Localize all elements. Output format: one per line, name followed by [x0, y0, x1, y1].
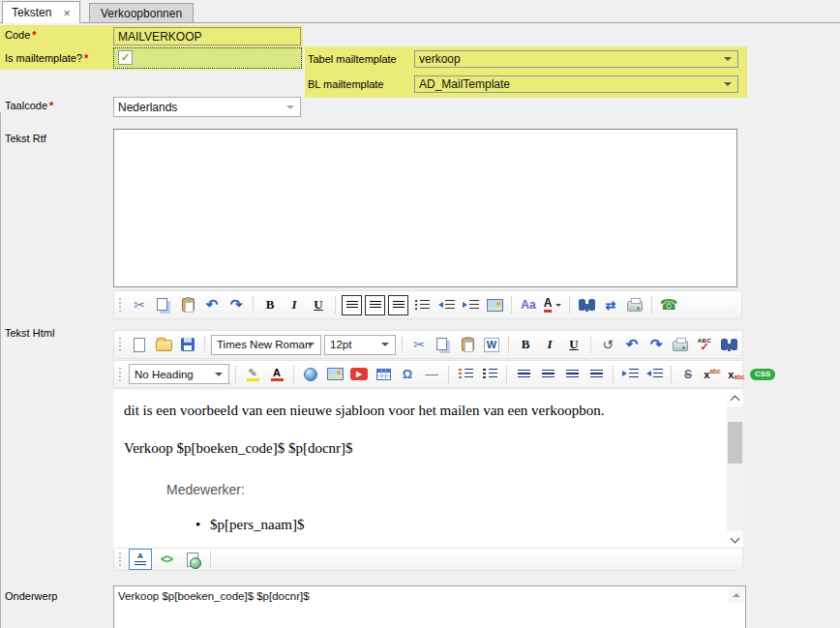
folder-icon [156, 340, 172, 351]
align-center-button[interactable] [365, 295, 385, 315]
paste-from-word-button[interactable]: W [481, 334, 502, 355]
is-mailtemplate-field[interactable]: ✓ [113, 47, 302, 69]
css-button[interactable]: CSS [750, 364, 775, 385]
required-asterisk: * [84, 52, 88, 64]
underline-button[interactable]: U [563, 334, 585, 355]
bold-button[interactable]: B [515, 334, 536, 355]
insert-image-button[interactable] [484, 294, 505, 315]
redo-icon[interactable]: ↷ [645, 334, 667, 355]
scroll-up-button[interactable] [729, 587, 744, 603]
toolbar-grip[interactable] [118, 367, 122, 382]
print-button[interactable] [670, 334, 691, 355]
bold-button[interactable]: B [259, 294, 281, 315]
superscript-button[interactable]: xabc [702, 364, 723, 385]
insert-table-button[interactable] [373, 364, 394, 385]
paste-icon[interactable] [457, 334, 478, 355]
code-input[interactable]: MAILVERKOOP [113, 27, 301, 45]
binoculars-icon [721, 339, 737, 350]
undo-icon[interactable]: ↶ [201, 294, 223, 315]
tab-verkoopbonnen[interactable]: Verkoopbonnen [89, 3, 194, 23]
open-button[interactable] [153, 334, 174, 355]
increase-indent-button[interactable] [619, 364, 641, 385]
chevron-down-icon[interactable] [307, 343, 315, 346]
copy-icon[interactable] [433, 334, 454, 355]
checkbox-checked[interactable]: ✓ [118, 50, 133, 65]
toolbar-grip[interactable] [118, 337, 122, 352]
vertical-scrollbar[interactable] [727, 390, 743, 548]
font-size-select[interactable]: 12pt [324, 335, 396, 355]
taalcode-dropdown[interactable]: Nederlands [113, 97, 301, 117]
scrollbar-thumb[interactable] [728, 422, 742, 464]
refresh-button[interactable]: ↺ [597, 334, 618, 355]
align-center-button[interactable] [537, 364, 558, 385]
save-button[interactable] [177, 334, 198, 355]
cut-icon[interactable]: ✂ [129, 294, 150, 315]
font-size-button[interactable]: Aa [518, 294, 539, 315]
heading-select[interactable]: No Heading [129, 364, 229, 384]
insert-link-button[interactable] [300, 364, 321, 385]
source-view-button[interactable]: <> [155, 549, 178, 570]
find-button[interactable] [576, 294, 597, 315]
increase-indent-button[interactable] [460, 294, 481, 315]
align-justify-button[interactable] [585, 364, 607, 385]
tab-teksten[interactable]: Teksten × [2, 1, 80, 23]
bullet-list-button[interactable] [479, 364, 500, 385]
rtf-text-area[interactable] [113, 129, 737, 287]
highlight-button[interactable]: ✎ [242, 364, 263, 385]
redo-icon[interactable]: ↷ [225, 294, 247, 315]
chevron-down-icon[interactable] [215, 373, 223, 376]
decrease-indent-button[interactable] [435, 294, 457, 315]
scroll-up-button[interactable] [727, 390, 743, 406]
print-button[interactable] [624, 294, 645, 315]
chevron-up-icon [731, 396, 740, 405]
strikethrough-button[interactable]: S [677, 364, 699, 385]
toolbar-separator [511, 296, 512, 314]
align-right-button[interactable] [561, 364, 583, 385]
html-content-area[interactable]: dit is een voorbeeld van een nieuwe sjab… [113, 390, 743, 548]
align-right-button[interactable] [388, 295, 408, 315]
onderwerp-input[interactable]: Verkoop $p[boeken_code]$ $p[docnr]$ [113, 585, 746, 628]
chevron-down-icon[interactable] [724, 82, 732, 86]
chevron-down-icon[interactable] [555, 304, 561, 307]
content-line: Verkoop $p[boeken_code]$ $p[docnr]$ [124, 440, 353, 457]
align-left-button[interactable] [342, 295, 362, 315]
chevron-down-icon[interactable] [381, 343, 389, 346]
spellcheck-button[interactable]: ABC ✓ [694, 334, 715, 355]
find-button[interactable] [718, 334, 739, 355]
align-left-button[interactable] [513, 364, 534, 385]
font-color-button[interactable]: A [542, 294, 563, 315]
content-line: Medewerker: [166, 482, 245, 497]
undo-icon[interactable]: ↶ [621, 334, 643, 355]
toolbar-grip[interactable] [118, 297, 122, 313]
bl-mailtemplate-dropdown[interactable]: AD_MailTemplate [414, 75, 738, 93]
decrease-indent-button[interactable] [644, 364, 665, 385]
bullet-list-button[interactable] [411, 294, 433, 315]
italic-button[interactable]: I [539, 334, 560, 355]
tabel-mailtemplate-dropdown[interactable]: verkoop [414, 50, 738, 68]
insert-video-button[interactable]: ▶ [348, 364, 370, 385]
paste-icon[interactable] [177, 294, 198, 315]
subscript-button[interactable]: xabc [726, 364, 747, 385]
cut-icon[interactable]: ✂ [408, 334, 430, 355]
toolbar-grip[interactable] [118, 552, 122, 567]
replace-button[interactable]: ⇄ [600, 294, 621, 315]
italic-button[interactable]: I [284, 294, 305, 315]
underline-button[interactable]: U [308, 294, 329, 315]
tab-close-icon[interactable]: × [63, 7, 71, 19]
new-document-button[interactable] [129, 334, 150, 355]
font-name-select[interactable]: Times New Roman [211, 335, 321, 355]
numbered-list-button[interactable] [455, 364, 476, 385]
bullet-icon: • [195, 517, 200, 533]
mail-template-editor-window: Teksten × Verkoopbonnen Code* MAILVERKOO… [0, 0, 840, 628]
scroll-down-button[interactable] [727, 531, 743, 548]
chevron-down-icon[interactable] [724, 57, 732, 61]
font-color-button[interactable]: A [266, 364, 287, 385]
design-view-button[interactable]: A [129, 549, 152, 570]
phone-button[interactable]: ☎ [658, 294, 679, 315]
preview-button[interactable] [181, 549, 204, 570]
copy-icon[interactable] [153, 294, 174, 315]
horizontal-rule-button[interactable]: — [421, 364, 442, 385]
source-code-icon: <> [161, 553, 172, 566]
special-char-button[interactable]: Ω [397, 364, 418, 385]
insert-image-button[interactable] [324, 364, 345, 385]
